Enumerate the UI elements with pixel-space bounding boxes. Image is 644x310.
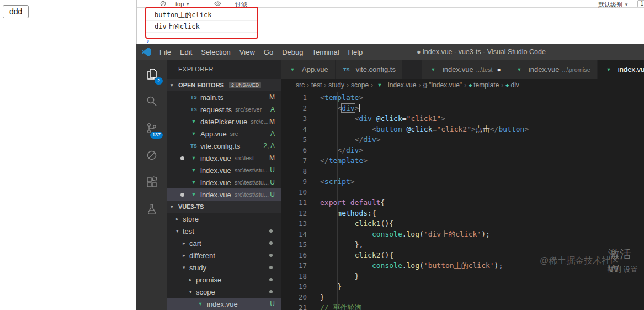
issues-badge[interactable]: 1: [637, 0, 644, 7]
breadcrumb-item[interactable]: ◆div: [505, 81, 519, 89]
tree-folder-item[interactable]: ▸promise: [167, 274, 281, 286]
code-line[interactable]: 6 </div>: [281, 145, 644, 155]
breadcrumb-item[interactable]: ▼index.vue: [375, 81, 416, 89]
code-line[interactable]: 19 }: [281, 281, 644, 292]
tab-vite.config.ts[interactable]: TSvite.config.ts: [336, 60, 403, 79]
tab-index.vue[interactable]: ▼index.vue...\test●: [422, 60, 508, 79]
line-number: 21: [281, 302, 307, 310]
menu-debug[interactable]: Debug: [278, 48, 307, 56]
menu-view[interactable]: View: [235, 48, 259, 56]
console-message[interactable]: button上的click: [146, 9, 257, 21]
breadcrumb-item[interactable]: {}"index.vue": [423, 81, 462, 89]
code-line[interactable]: 16 click2(){: [281, 250, 644, 260]
tree-folder-item[interactable]: ▾scope: [167, 286, 281, 298]
breadcrumb-item[interactable]: ◆template: [469, 81, 499, 89]
code-line[interactable]: 3 <div @click="click1">: [281, 113, 644, 124]
page-button-ddd[interactable]: ddd: [3, 5, 29, 18]
tree-folder-item[interactable]: ▸different: [167, 249, 281, 261]
code-line[interactable]: 11export default{: [281, 197, 644, 208]
unsaved-count-badge: 2 UNSAVED: [229, 82, 261, 88]
extensions-icon[interactable]: [143, 174, 161, 191]
open-editors-header[interactable]: ▾ OPEN EDITORS 2 UNSAVED: [167, 79, 281, 91]
code-line[interactable]: 7</template>: [281, 155, 644, 166]
code-line[interactable]: 18 }: [281, 271, 644, 281]
code-line[interactable]: 14 console.log('div上的click');: [281, 229, 644, 239]
clear-console-icon[interactable]: [160, 1, 166, 7]
activity-bar: 2137: [136, 60, 167, 310]
test-explorer-icon[interactable]: [143, 201, 161, 218]
open-editor-item[interactable]: TSvite.config.ts2, A: [167, 140, 281, 152]
menu-selection[interactable]: Selection: [196, 48, 235, 56]
git-status-badge: 2, A: [263, 142, 275, 150]
tree-folder-item[interactable]: ▾study: [167, 261, 281, 274]
breadcrumb-label: scope: [351, 81, 369, 89]
source-control-icon[interactable]: 137: [143, 119, 161, 137]
code-line[interactable]: 17 console.log('button上的click');: [281, 260, 644, 271]
file-name: index.vue: [200, 191, 231, 199]
vue-file-icon: ▼: [189, 131, 198, 136]
console-message[interactable]: div上的click: [146, 21, 257, 33]
code-line[interactable]: 2 <div>: [281, 103, 644, 113]
console-prompt-chevron: ›: [147, 36, 149, 45]
vue-file-icon: ▼: [288, 67, 297, 72]
code-line[interactable]: 9<script>: [281, 176, 644, 187]
code-area[interactable]: 1<template>2 <div>3 <div @click="click1"…: [281, 91, 644, 310]
open-editor-item[interactable]: ▼index.vuesrc\testM: [167, 152, 281, 164]
tree-folder-item[interactable]: ▸store: [167, 213, 281, 225]
open-editor-item[interactable]: ▼index.vuesrc\test\stu...U: [167, 164, 281, 176]
code-text: click1(){: [320, 218, 393, 229]
tab-index.vue[interactable]: ▼index.vue...\promise: [508, 60, 598, 79]
tree-file-item[interactable]: ▼index.vueU: [167, 298, 281, 310]
breadcrumb-item[interactable]: study: [328, 81, 344, 89]
eye-icon[interactable]: [214, 1, 221, 7]
open-editor-item[interactable]: ▼index.vuesrc\test\stu...U: [167, 188, 281, 201]
code-line[interactable]: 20}: [281, 292, 644, 302]
breadcrumb-item[interactable]: scope: [351, 81, 369, 89]
file-name: vite.config.ts: [200, 142, 240, 150]
breadcrumb-item[interactable]: test: [311, 81, 322, 89]
open-editor-item[interactable]: ▼index.vuesrc\test\stu...U: [167, 176, 281, 188]
code-line[interactable]: 15 },: [281, 239, 644, 250]
search-icon[interactable]: [143, 92, 161, 110]
open-editor-item[interactable]: TSmain.tsM: [167, 91, 281, 103]
code-line[interactable]: 12 methods:{: [281, 208, 644, 218]
tree-folder-item[interactable]: ▸cart: [167, 237, 281, 249]
menu-edit[interactable]: Edit: [175, 48, 196, 56]
sidebar-title: EXPLORER: [167, 60, 281, 79]
typescript-file-icon: TS: [342, 67, 351, 72]
chevron-right-icon: ›: [418, 81, 421, 89]
item-name: test: [183, 227, 194, 235]
chevron-right-icon: ›: [324, 81, 326, 89]
code-line[interactable]: 13 click1(){: [281, 218, 644, 229]
dirty-indicator-icon: ●: [497, 66, 501, 73]
symbol-icon: ◆: [469, 83, 472, 88]
project-section-header[interactable]: ▾ VUE3-TS: [167, 201, 281, 213]
open-editor-item[interactable]: ▼datePicker.vuesrc\c...M: [167, 115, 281, 128]
chevron-icon: ▸: [189, 277, 196, 282]
menu-terminal[interactable]: Terminal: [307, 48, 343, 56]
menu-go[interactable]: Go: [259, 48, 278, 56]
screenshot-root: ddd top ▼ 过滤 默认级别 ▼ 1 button上的clickdiv上的…: [0, 0, 644, 310]
code-line[interactable]: 8: [281, 166, 644, 176]
tab-App.vue[interactable]: ▼App.vue: [281, 60, 336, 79]
code-line[interactable]: 10: [281, 187, 644, 197]
code-line[interactable]: 1<template>: [281, 92, 644, 103]
debug-icon[interactable]: [143, 146, 161, 164]
open-editor-item[interactable]: TSrequest.tssrc/serverA: [167, 103, 281, 115]
menu-file[interactable]: File: [155, 48, 175, 56]
chevron-right-icon: ›: [371, 81, 373, 89]
modified-dot-icon: [269, 241, 273, 245]
code-line[interactable]: 21// 事件轮询: [281, 302, 644, 310]
explorer-icon[interactable]: 2: [143, 65, 161, 83]
breadcrumb-item[interactable]: src: [296, 81, 305, 89]
open-editors-label: OPEN EDITORS: [178, 82, 224, 88]
open-editor-item[interactable]: ▼App.vuesrcA: [167, 128, 281, 140]
code-line[interactable]: 5 </div>: [281, 134, 644, 145]
log-level-dropdown[interactable]: 默认级别 ▼: [598, 1, 629, 9]
git-status-badge: U: [270, 300, 275, 308]
tab-index.vue[interactable]: ▼index.vue...: [598, 60, 644, 79]
code-line[interactable]: 4 <button @click="click2">点击</button>: [281, 124, 644, 134]
menu-help[interactable]: Help: [344, 48, 368, 56]
git-status-badge: M: [269, 154, 275, 162]
tree-folder-item[interactable]: ▾test: [167, 225, 281, 237]
